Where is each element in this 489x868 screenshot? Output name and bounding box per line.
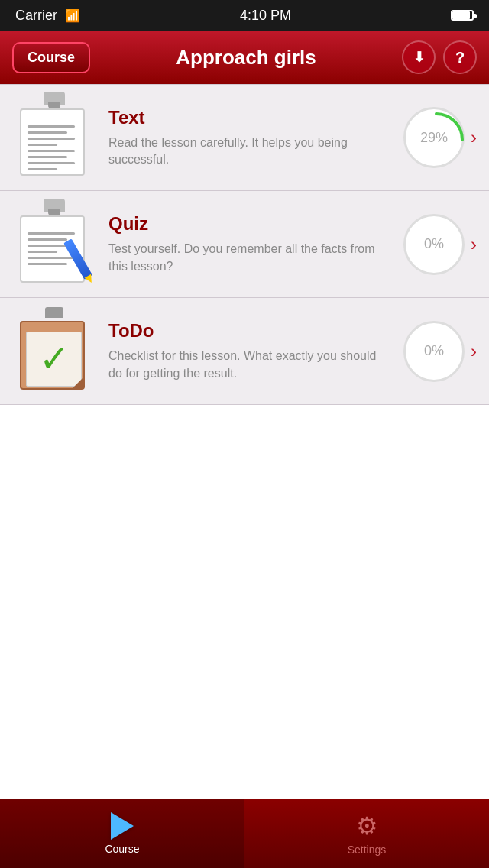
header: Course Approach girls ⬇ ? [0,31,489,84]
gear-icon: ⚙ [356,811,378,840]
empty-area [0,405,489,799]
quiz-clipboard-icon [20,206,89,283]
quiz-progress-circle: 0% [403,214,465,275]
todo-lesson-content: ToDo Checklist for this lesson. What exa… [108,320,391,382]
settings-tab-label: Settings [348,844,387,856]
todo-progress-label: 0% [424,343,444,359]
quiz-lesson-icon [12,206,96,283]
text-progress-circle: 29% [403,107,465,168]
course-button[interactable]: Course [12,42,90,73]
course-tab-label: Course [105,843,139,855]
todo-progress-bg: 0% [403,321,465,382]
main-content: Text Read the lesson carefully. It helps… [0,84,489,799]
download-icon: ⬇ [413,49,425,66]
text-lesson-content: Text Read the lesson carefully. It helps… [108,107,391,169]
quiz-lesson-desc: Test yourself. Do you remember all the f… [108,241,391,275]
header-title: Approach girls [102,46,390,70]
todo-progress-area: 0% › [403,321,477,382]
text-lesson-icon [12,99,96,176]
status-bar: Carrier 📶 4:10 PM [0,0,489,31]
wifi-icon: 📶 [65,8,80,23]
footer: Course ⚙ Settings [0,799,489,868]
quiz-progress-area: 0% › [403,214,477,275]
todo-lesson-icon: ✓ [12,313,96,390]
text-clipboard-icon [20,99,89,176]
battery-icon [451,10,474,21]
todo-chevron-icon: › [471,341,477,362]
checkmark-icon: ✓ [39,341,70,377]
text-lesson-desc: Read the lesson carefully. It helps you … [108,134,391,169]
lesson-item-text[interactable]: Text Read the lesson carefully. It helps… [0,84,489,191]
quiz-chevron-icon: › [471,234,477,255]
lesson-item-quiz[interactable]: Quiz Test yourself. Do you remember all … [0,191,489,298]
quiz-lesson-title: Quiz [108,213,391,235]
todo-lesson-title: ToDo [108,320,391,342]
text-chevron-icon: › [471,127,477,148]
lesson-item-todo[interactable]: ✓ ToDo Checklist for this lesson. What e… [0,298,489,405]
text-progress-area: 29% › [403,107,477,168]
play-icon [111,812,134,840]
tab-course[interactable]: Course [0,799,244,868]
header-icons: ⬇ ? [402,40,477,74]
quiz-lesson-content: Quiz Test yourself. Do you remember all … [108,213,391,275]
help-icon: ? [455,49,465,66]
text-lesson-title: Text [108,107,391,128]
text-progress-bg: 29% [403,107,465,168]
download-button[interactable]: ⬇ [402,40,436,74]
todo-progress-circle: 0% [403,321,465,382]
todo-lesson-desc: Checklist for this lesson. What exactly … [108,348,391,382]
carrier-label: Carrier [15,8,57,24]
quiz-progress-bg: 0% [403,214,465,275]
help-button[interactable]: ? [443,40,477,74]
status-left: Carrier 📶 [15,8,80,24]
text-progress-label: 29% [420,130,448,146]
time-label: 4:10 PM [240,8,291,24]
todo-checklist-icon: ✓ [20,313,89,390]
quiz-progress-label: 0% [424,236,444,252]
tab-settings[interactable]: ⚙ Settings [244,799,489,868]
